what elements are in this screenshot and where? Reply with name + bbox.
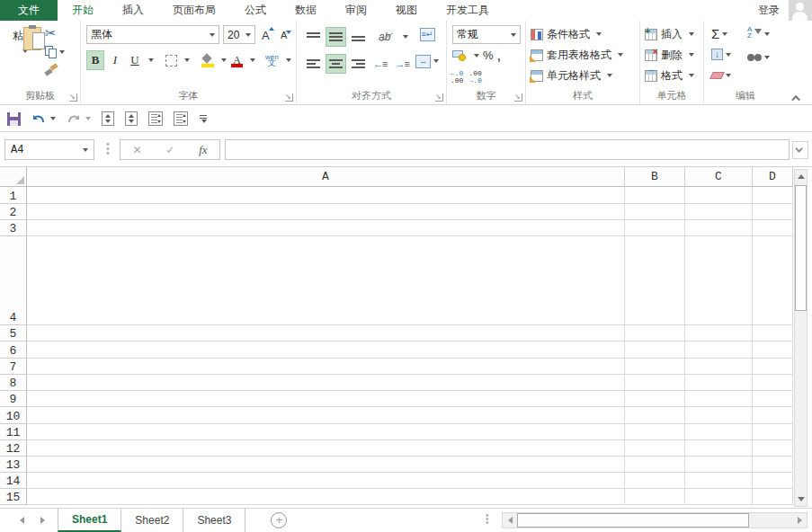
- fill-dropdown-icon[interactable]: [726, 53, 731, 57]
- scroll-left-button[interactable]: [504, 514, 516, 527]
- font-color-dropdown-icon[interactable]: [250, 58, 255, 62]
- align-left-button[interactable]: [304, 54, 323, 74]
- insert-cells-button[interactable]: 插入: [645, 25, 694, 43]
- number-format-dropdown-icon[interactable]: [511, 33, 516, 37]
- cell-A8[interactable]: [27, 375, 625, 391]
- phonetic-button[interactable]: wén文: [263, 50, 281, 70]
- font-size-select[interactable]: 20: [223, 25, 255, 44]
- number-dialog-launcher-icon[interactable]: ↘: [514, 93, 522, 102]
- align-middle-button[interactable]: [326, 27, 346, 47]
- autosum-button[interactable]: Σ: [711, 25, 731, 42]
- mouse-mode-button[interactable]: [125, 111, 138, 126]
- row-header-6[interactable]: 6: [0, 341, 27, 359]
- row-header-14[interactable]: 14: [0, 473, 27, 489]
- cell-D4[interactable]: [753, 236, 793, 325]
- delete-cells-dropdown-icon[interactable]: [689, 53, 694, 57]
- accounting-format-button[interactable]: [452, 49, 468, 61]
- undo-button[interactable]: [31, 112, 56, 125]
- cell-D14[interactable]: [753, 473, 793, 489]
- cell-B5[interactable]: [625, 325, 685, 341]
- horizontal-scrollbar-thumb[interactable]: [517, 513, 749, 528]
- number-format-select[interactable]: 常规: [452, 25, 521, 44]
- undo-dropdown-icon[interactable]: [50, 117, 56, 120]
- tab-insert[interactable]: 插入: [108, 0, 158, 21]
- font-name-dropdown-icon[interactable]: [210, 33, 215, 37]
- cell-B13[interactable]: [625, 457, 685, 473]
- cell-D6[interactable]: [753, 341, 793, 359]
- cell-C12[interactable]: [685, 440, 753, 457]
- phonetic-dropdown-icon[interactable]: [286, 58, 291, 62]
- tab-developer[interactable]: 开发工具: [432, 0, 504, 21]
- cell-A15[interactable]: [27, 489, 625, 505]
- cell-D8[interactable]: [753, 375, 793, 391]
- increase-decimal-button[interactable]: ←.0.00: [451, 70, 463, 84]
- column-header-C[interactable]: C: [685, 167, 753, 187]
- cell-D15[interactable]: [753, 489, 793, 505]
- row-header-5[interactable]: 5: [0, 325, 27, 341]
- cell-D3[interactable]: [753, 220, 793, 236]
- alignment-dialog-launcher-icon[interactable]: ↘: [435, 93, 443, 102]
- cell-C4[interactable]: [685, 236, 753, 325]
- sort-filter-button[interactable]: AZ: [747, 25, 770, 42]
- cell-B10[interactable]: [625, 407, 685, 424]
- row-header-4[interactable]: 4: [0, 236, 27, 325]
- tab-data[interactable]: 数据: [281, 0, 331, 21]
- redo-button[interactable]: [67, 112, 91, 125]
- cell-A4[interactable]: [27, 236, 625, 325]
- cell-D11[interactable]: [753, 424, 793, 440]
- cell-A9[interactable]: [27, 391, 625, 407]
- save-button[interactable]: [7, 112, 21, 126]
- cell-styles-dropdown-icon[interactable]: [607, 74, 612, 77]
- row-header-7[interactable]: 7: [0, 359, 27, 375]
- cell-B8[interactable]: [625, 375, 685, 391]
- column-header-B[interactable]: B: [625, 167, 685, 187]
- tab-formulas[interactable]: 公式: [230, 0, 281, 21]
- row-header-10[interactable]: 10: [0, 407, 27, 424]
- cell-D12[interactable]: [753, 440, 793, 457]
- conditional-formatting-button[interactable]: 条件格式: [531, 25, 623, 43]
- align-center-button[interactable]: [326, 54, 346, 74]
- cell-A7[interactable]: [27, 359, 625, 375]
- cell-B6[interactable]: [625, 341, 685, 359]
- conditional-formatting-dropdown-icon[interactable]: [596, 32, 602, 36]
- font-name-select[interactable]: 黑体: [86, 25, 219, 44]
- cell-D7[interactable]: [753, 359, 793, 375]
- format-cells-dropdown-icon[interactable]: [689, 74, 694, 77]
- row-header-1[interactable]: 1: [0, 187, 27, 204]
- cell-C14[interactable]: [685, 473, 753, 489]
- cell-D13[interactable]: [753, 457, 793, 473]
- format-cells-button[interactable]: 格式: [645, 66, 694, 84]
- align-bottom-button[interactable]: [349, 27, 368, 47]
- grow-font-button[interactable]: A: [259, 25, 272, 45]
- cell-A14[interactable]: [27, 473, 625, 489]
- cell-A1[interactable]: [27, 187, 625, 204]
- scroll-down-button[interactable]: [795, 492, 807, 506]
- cell-C15[interactable]: [685, 489, 753, 505]
- custom-command-2-button[interactable]: [174, 111, 188, 126]
- autosum-dropdown-icon[interactable]: [722, 32, 727, 36]
- cell-B2[interactable]: [625, 204, 685, 220]
- cell-C7[interactable]: [685, 359, 753, 375]
- row-header-3[interactable]: 3: [0, 220, 27, 236]
- borders-button[interactable]: [163, 50, 180, 70]
- column-header-D[interactable]: D: [753, 167, 793, 187]
- cut-button[interactable]: ✂: [45, 27, 57, 40]
- clipboard-dialog-launcher-icon[interactable]: ↘: [69, 93, 77, 102]
- cell-C9[interactable]: [685, 391, 753, 407]
- collapse-ribbon-button[interactable]: [794, 92, 805, 101]
- format-painter-button[interactable]: [45, 65, 58, 75]
- cell-C1[interactable]: [685, 187, 753, 204]
- fill-button[interactable]: ↓: [711, 46, 731, 63]
- sign-in-link[interactable]: 登录: [758, 3, 780, 18]
- underline-button[interactable]: U: [126, 50, 144, 70]
- row-header-11[interactable]: 11: [0, 424, 27, 440]
- increase-indent-button[interactable]: →≡: [392, 54, 411, 74]
- tab-view[interactable]: 视图: [381, 0, 432, 21]
- font-size-dropdown-icon[interactable]: [245, 33, 251, 37]
- sheet-tab-sheet1[interactable]: Sheet1: [58, 509, 121, 532]
- wrap-text-button[interactable]: ≡↵: [420, 28, 435, 41]
- tab-file[interactable]: 文件: [0, 0, 58, 21]
- cell-C2[interactable]: [685, 204, 753, 220]
- insert-cells-dropdown-icon[interactable]: [689, 32, 694, 36]
- cell-C10[interactable]: [685, 407, 753, 424]
